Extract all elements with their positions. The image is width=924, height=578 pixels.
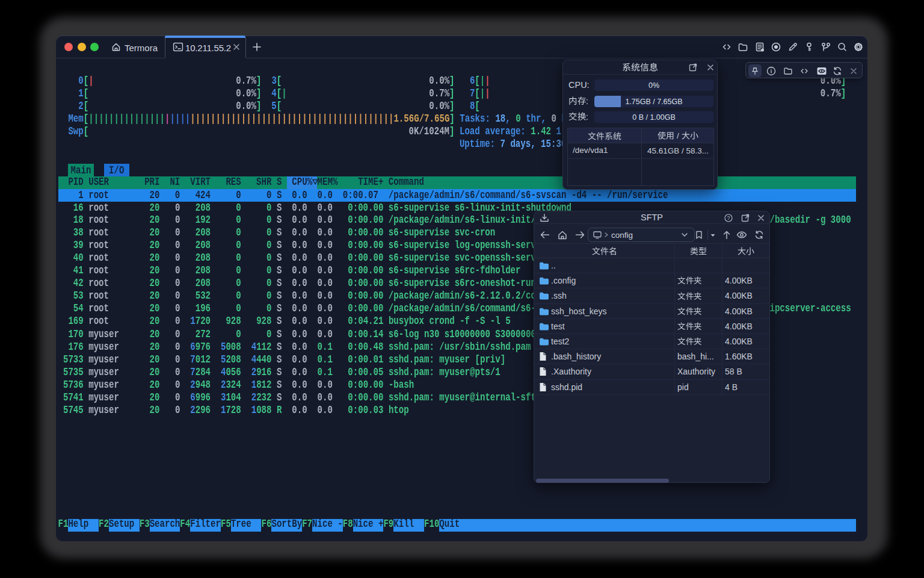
svg-text:?: ? (727, 215, 730, 221)
